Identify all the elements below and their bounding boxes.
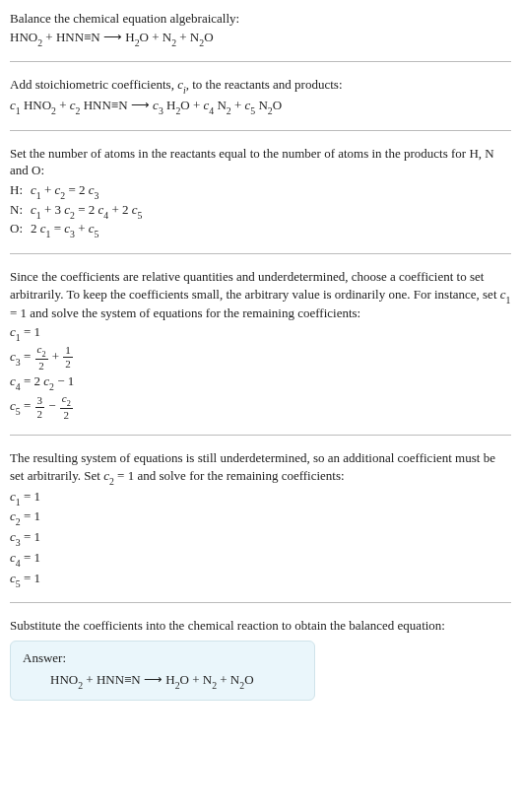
solve-line: c1 = 1 [10, 488, 511, 508]
final-section: Substitute the coefficients into the che… [10, 617, 511, 701]
solve-line: c3 = 1 [10, 528, 511, 548]
intro-title: Balance the chemical equation algebraica… [10, 10, 511, 28]
atom-eq: c1 + c2 = 2 c3 [31, 181, 142, 201]
atom-label: H: [10, 181, 31, 201]
second-solve-section: The resulting system of equations is sti… [10, 449, 511, 588]
intro-section: Balance the chemical equation algebraica… [10, 10, 511, 47]
solve-c1: c1 = 1 [10, 323, 511, 343]
stoich-section: Add stoichiometric coefficients, ci, to … [10, 76, 511, 116]
solve-line: c4 = 1 [10, 549, 511, 569]
atoms-section: Set the number of atoms in the reactants… [10, 145, 511, 239]
first-solve-section: Since the coefficients are relative quan… [10, 268, 511, 421]
underdet-intro: Since the coefficients are relative quan… [10, 268, 511, 322]
solve-c3: c3 = c22 + 12 [10, 344, 511, 372]
atom-row: H: c1 + c2 = 2 c3 [10, 181, 142, 201]
atom-label: N: [10, 201, 31, 221]
stoich-equation: c1 HNO2 + c2 HNN≡N ⟶ c3 H2O + c4 N2 + c5… [10, 97, 511, 116]
atom-row: N: c1 + 3 c2 = 2 c4 + 2 c5 [10, 201, 142, 221]
divider [10, 602, 511, 603]
answer-label: Answer: [23, 649, 302, 667]
answer-equation: HNO2 + HNN≡N ⟶ H2O + N2 + N2O [23, 671, 302, 691]
answer-box: Answer: HNO2 + HNN≡N ⟶ H2O + N2 + N2O [10, 641, 315, 701]
atom-row: O: 2 c1 = c3 + c5 [10, 220, 142, 239]
atom-label: O: [10, 220, 31, 239]
unbalanced-equation: HNO2 + HNN≡N ⟶ H2O + N2 + N2O [10, 29, 511, 48]
solve-line: c2 = 1 [10, 508, 511, 527]
atom-equations: H: c1 + c2 = 2 c3 N: c1 + 3 c2 = 2 c4 + … [10, 181, 142, 239]
divider [10, 435, 511, 436]
final-intro: Substitute the coefficients into the che… [10, 617, 511, 635]
atom-eq: c1 + 3 c2 = 2 c4 + 2 c5 [31, 201, 142, 221]
divider [10, 130, 511, 131]
solve-c4: c4 = 2 c2 − 1 [10, 372, 511, 392]
atom-eq: 2 c1 = c3 + c5 [31, 220, 142, 239]
divider [10, 253, 511, 254]
second-intro: The resulting system of equations is sti… [10, 449, 511, 486]
stoich-intro: Add stoichiometric coefficients, ci, to … [10, 76, 511, 96]
solve-c5: c5 = 32 − c22 [10, 393, 511, 421]
divider [10, 61, 511, 62]
atoms-intro: Set the number of atoms in the reactants… [10, 145, 511, 179]
solve-line: c5 = 1 [10, 570, 511, 589]
